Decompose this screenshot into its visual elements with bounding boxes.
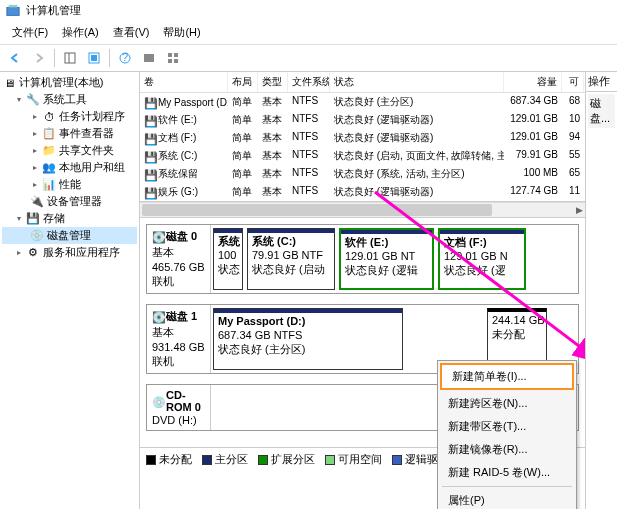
legend-unallocated: 未分配 bbox=[146, 452, 192, 467]
actions-item[interactable]: 磁盘... bbox=[588, 94, 615, 128]
menu-help[interactable]: 帮助(H) bbox=[157, 23, 206, 42]
svg-rect-10 bbox=[174, 53, 178, 57]
expand-icon[interactable]: ▸ bbox=[30, 146, 39, 155]
volume-icon: 💾 bbox=[144, 115, 155, 126]
menu-new-striped-volume[interactable]: 新建带区卷(T)... bbox=[438, 415, 576, 438]
tree-event-viewer[interactable]: ▸ 📋 事件查看器 bbox=[2, 125, 137, 142]
partition-system-reserved[interactable]: 系统 100 状态 bbox=[213, 228, 243, 290]
partition-c[interactable]: 系统 (C:) 79.91 GB NTF 状态良好 (启动 bbox=[247, 228, 335, 290]
tree-device-manager[interactable]: 🔌 设备管理器 bbox=[2, 193, 137, 210]
wrench-icon: 🔧 bbox=[26, 93, 40, 107]
svg-rect-5 bbox=[91, 55, 97, 61]
scroll-right-icon[interactable]: ▶ bbox=[576, 205, 583, 215]
volume-row[interactable]: 💾系统 (C:)简单基本NTFS状态良好 (启动, 页面文件, 故障转储, 主分… bbox=[140, 147, 585, 165]
main-area: 🖥 计算机管理(本地) ▾ 🔧 系统工具 ▸ ⏱ 任务计划程序 ▸ 📋 事件查看… bbox=[0, 72, 617, 509]
horizontal-scrollbar[interactable]: ▶ bbox=[140, 202, 585, 218]
storage-icon: 💾 bbox=[26, 212, 40, 226]
app-icon bbox=[6, 4, 20, 18]
volume-row[interactable]: 💾娱乐 (G:)简单基本NTFS状态良好 (逻辑驱动器)127.74 GB11 bbox=[140, 183, 585, 201]
services-icon: ⚙ bbox=[26, 246, 40, 260]
svg-rect-1 bbox=[9, 4, 18, 7]
menu-new-spanned-volume[interactable]: 新建跨区卷(N)... bbox=[438, 392, 576, 415]
col-status[interactable]: 状态 bbox=[330, 72, 504, 92]
tree-shared-folders[interactable]: ▸ 📁 共享文件夹 bbox=[2, 142, 137, 159]
title-bar: 计算机管理 bbox=[0, 0, 617, 21]
svg-rect-9 bbox=[168, 53, 172, 57]
window-title: 计算机管理 bbox=[26, 3, 81, 18]
device-icon: 🔌 bbox=[30, 195, 44, 209]
legend-free: 可用空间 bbox=[325, 452, 382, 467]
svg-rect-8 bbox=[144, 54, 154, 62]
center-panel: 卷 布局 类型 文件系统 状态 容量 可 💾My Passport (D:)简单… bbox=[140, 72, 585, 509]
tree-services-apps[interactable]: ▸ ⚙ 服务和应用程序 bbox=[2, 244, 137, 261]
collapse-icon[interactable]: ▾ bbox=[14, 95, 23, 104]
volume-table: 卷 布局 类型 文件系统 状态 容量 可 💾My Passport (D:)简单… bbox=[140, 72, 585, 202]
context-menu: 新建简单卷(I)... 新建跨区卷(N)... 新建带区卷(T)... 新建镜像… bbox=[437, 360, 577, 509]
menu-new-mirrored-volume[interactable]: 新建镜像卷(R)... bbox=[438, 438, 576, 461]
tree-storage[interactable]: ▾ 💾 存储 bbox=[2, 210, 137, 227]
tree-task-scheduler[interactable]: ▸ ⏱ 任务计划程序 bbox=[2, 108, 137, 125]
computer-icon: 🖥 bbox=[2, 76, 16, 90]
disk-0-row[interactable]: 💽磁盘 0 基本 465.76 GB 联机 系统 100 状态 系统 (C:) bbox=[146, 224, 579, 294]
volume-icon: 💾 bbox=[144, 169, 155, 180]
volume-table-header: 卷 布局 类型 文件系统 状态 容量 可 bbox=[140, 72, 585, 93]
volume-icon: 💾 bbox=[144, 133, 155, 144]
volume-row[interactable]: 💾My Passport (D:)简单基本NTFS状态良好 (主分区)687.3… bbox=[140, 93, 585, 111]
menu-view[interactable]: 查看(V) bbox=[107, 23, 156, 42]
menu-action[interactable]: 操作(A) bbox=[56, 23, 105, 42]
disk-icon: 💿 bbox=[30, 229, 44, 243]
cd-icon: 💿 bbox=[152, 396, 163, 407]
perf-icon: 📊 bbox=[42, 178, 56, 192]
legend-extended: 扩展分区 bbox=[258, 452, 315, 467]
toolbar: ? bbox=[0, 45, 617, 72]
disk-icon: 💽 bbox=[152, 231, 163, 242]
tree-local-users[interactable]: ▸ 👥 本地用户和组 bbox=[2, 159, 137, 176]
help-button[interactable]: ? bbox=[114, 48, 136, 68]
col-type[interactable]: 类型 bbox=[258, 72, 288, 92]
actions-panel: 操作 磁盘... bbox=[585, 72, 617, 509]
tree-panel[interactable]: 🖥 计算机管理(本地) ▾ 🔧 系统工具 ▸ ⏱ 任务计划程序 ▸ 📋 事件查看… bbox=[0, 72, 140, 509]
svg-rect-11 bbox=[168, 59, 172, 63]
clock-icon: ⏱ bbox=[42, 110, 56, 124]
volume-row[interactable]: 💾系统保留简单基本NTFS状态良好 (系统, 活动, 主分区)100 MB65 bbox=[140, 165, 585, 183]
col-filesystem[interactable]: 文件系统 bbox=[288, 72, 330, 92]
legend-primary: 主分区 bbox=[202, 452, 248, 467]
disk-icon: 💽 bbox=[152, 311, 163, 322]
expand-icon[interactable]: ▸ bbox=[14, 248, 23, 257]
volume-icon: 💾 bbox=[144, 187, 155, 198]
forward-button[interactable] bbox=[28, 48, 50, 68]
partition-f[interactable]: 文档 (F:) 129.01 GB N 状态良好 (逻 bbox=[438, 228, 526, 290]
tree-root[interactable]: 🖥 计算机管理(本地) bbox=[2, 74, 137, 91]
expand-icon[interactable]: ▸ bbox=[30, 180, 39, 189]
col-layout[interactable]: 布局 bbox=[228, 72, 258, 92]
menu-separator bbox=[442, 486, 572, 487]
collapse-icon[interactable]: ▾ bbox=[14, 214, 23, 223]
partition-d[interactable]: My Passport (D:) 687.34 GB NTFS 状态良好 (主分… bbox=[213, 308, 403, 370]
col-capacity[interactable]: 容量 bbox=[504, 72, 562, 92]
scrollbar-thumb[interactable] bbox=[142, 204, 492, 216]
menu-properties[interactable]: 属性(P) bbox=[438, 489, 576, 509]
expand-icon[interactable]: ▸ bbox=[30, 163, 39, 172]
folder-share-icon: 📁 bbox=[42, 144, 56, 158]
settings-button[interactable] bbox=[138, 48, 160, 68]
col-volume[interactable]: 卷 bbox=[140, 72, 228, 92]
partition-e[interactable]: 软件 (E:) 129.01 GB NT 状态良好 (逻辑 bbox=[339, 228, 434, 290]
tree-disk-management[interactable]: 💿 磁盘管理 bbox=[2, 227, 137, 244]
menu-new-simple-volume[interactable]: 新建简单卷(I)... bbox=[440, 363, 574, 390]
cdrom-info: 💿CD-ROM 0 DVD (H:) bbox=[147, 385, 211, 430]
col-free[interactable]: 可 bbox=[562, 72, 584, 92]
view-options-button[interactable] bbox=[162, 48, 184, 68]
volume-row[interactable]: 💾文档 (F:)简单基本NTFS状态良好 (逻辑驱动器)129.01 GB94 bbox=[140, 129, 585, 147]
refresh-button[interactable] bbox=[83, 48, 105, 68]
menu-file[interactable]: 文件(F) bbox=[6, 23, 54, 42]
volume-row[interactable]: 💾软件 (E:)简单基本NTFS状态良好 (逻辑驱动器)129.01 GB10 bbox=[140, 111, 585, 129]
menu-new-raid5-volume[interactable]: 新建 RAID-5 卷(W)... bbox=[438, 461, 576, 484]
back-button[interactable] bbox=[4, 48, 26, 68]
tree-performance[interactable]: ▸ 📊 性能 bbox=[2, 176, 137, 193]
svg-rect-0 bbox=[7, 7, 19, 15]
tree-system-tools[interactable]: ▾ 🔧 系统工具 bbox=[2, 91, 137, 108]
expand-icon[interactable]: ▸ bbox=[30, 112, 39, 121]
show-hide-button[interactable] bbox=[59, 48, 81, 68]
expand-icon[interactable]: ▸ bbox=[30, 129, 39, 138]
users-icon: 👥 bbox=[42, 161, 56, 175]
